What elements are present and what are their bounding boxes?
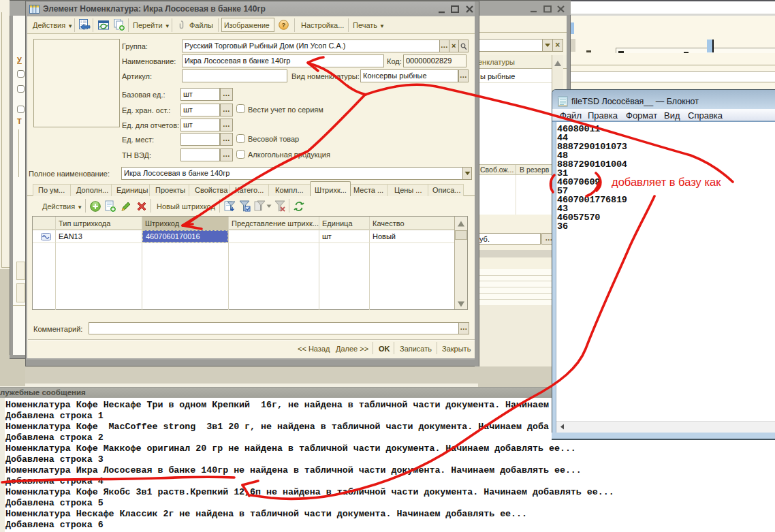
svg-text:добавляет в базу как: добавляет в базу как [612,176,721,188]
